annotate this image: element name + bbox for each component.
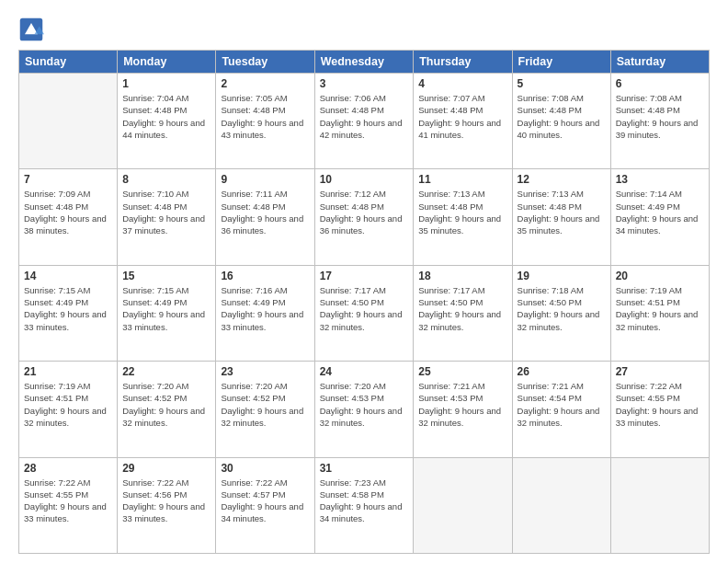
calendar-cell: 27 Sunrise: 7:22 AMSunset: 4:55 PMDaylig… [610, 362, 709, 457]
day-number: 10 [320, 173, 409, 186]
day-info: Sunrise: 7:19 AMSunset: 4:51 PMDaylight:… [616, 285, 699, 332]
header-friday: Friday [512, 51, 610, 74]
day-number: 15 [122, 270, 210, 282]
day-info: Sunrise: 7:21 AMSunset: 4:53 PMDaylight:… [418, 381, 501, 428]
week-row-2: 14 Sunrise: 7:15 AMSunset: 4:49 PMDaylig… [19, 265, 710, 361]
calendar-cell: 22 Sunrise: 7:20 AMSunset: 4:52 PMDaylig… [118, 362, 216, 457]
day-number: 5 [518, 77, 606, 90]
calendar-header-row: SundayMondayTuesdayWednesdayThursdayFrid… [19, 51, 710, 74]
calendar-cell: 26 Sunrise: 7:21 AMSunset: 4:54 PMDaylig… [512, 362, 610, 457]
header [18, 17, 710, 42]
day-number: 1 [122, 77, 210, 90]
day-info: Sunrise: 7:08 AMSunset: 4:48 PMDaylight:… [616, 93, 699, 140]
day-number: 29 [122, 462, 210, 475]
calendar-cell: 18 Sunrise: 7:17 AMSunset: 4:50 PMDaylig… [414, 265, 512, 361]
day-info: Sunrise: 7:22 AMSunset: 4:57 PMDaylight:… [221, 477, 303, 524]
calendar-cell: 20 Sunrise: 7:19 AMSunset: 4:51 PMDaylig… [610, 265, 709, 361]
day-info: Sunrise: 7:13 AMSunset: 4:48 PMDaylight:… [518, 189, 600, 236]
week-row-0: 1 Sunrise: 7:04 AMSunset: 4:48 PMDayligh… [19, 74, 710, 169]
day-number: 9 [221, 173, 309, 186]
day-number: 20 [616, 270, 704, 282]
calendar-cell [512, 457, 610, 553]
header-sunday: Sunday [19, 51, 118, 74]
header-saturday: Saturday [610, 51, 709, 74]
day-info: Sunrise: 7:15 AMSunset: 4:49 PMDaylight:… [24, 285, 107, 332]
day-info: Sunrise: 7:08 AMSunset: 4:48 PMDaylight:… [518, 93, 600, 140]
day-number: 6 [616, 77, 704, 90]
day-info: Sunrise: 7:22 AMSunset: 4:55 PMDaylight:… [616, 381, 699, 428]
calendar-cell [610, 457, 709, 553]
header-thursday: Thursday [414, 51, 512, 74]
day-number: 7 [24, 173, 112, 186]
calendar-cell: 7 Sunrise: 7:09 AMSunset: 4:48 PMDayligh… [19, 169, 118, 265]
day-number: 24 [320, 365, 409, 378]
calendar-cell: 29 Sunrise: 7:22 AMSunset: 4:56 PMDaylig… [118, 457, 216, 553]
calendar-cell: 10 Sunrise: 7:12 AMSunset: 4:48 PMDaylig… [314, 169, 414, 265]
day-info: Sunrise: 7:20 AMSunset: 4:53 PMDaylight:… [320, 381, 403, 428]
week-row-4: 28 Sunrise: 7:22 AMSunset: 4:55 PMDaylig… [19, 457, 710, 553]
day-number: 2 [221, 77, 309, 90]
day-number: 21 [24, 365, 112, 378]
day-info: Sunrise: 7:22 AMSunset: 4:55 PMDaylight:… [24, 477, 107, 524]
header-monday: Monday [118, 51, 216, 74]
calendar-cell: 11 Sunrise: 7:13 AMSunset: 4:48 PMDaylig… [414, 169, 512, 265]
calendar-cell: 17 Sunrise: 7:17 AMSunset: 4:50 PMDaylig… [314, 265, 414, 361]
day-number: 17 [320, 270, 409, 282]
day-number: 11 [418, 173, 506, 186]
calendar-cell [19, 74, 118, 169]
day-info: Sunrise: 7:06 AMSunset: 4:48 PMDaylight:… [320, 93, 403, 140]
day-info: Sunrise: 7:05 AMSunset: 4:48 PMDaylight:… [221, 93, 303, 140]
day-number: 14 [24, 270, 112, 282]
calendar-cell: 8 Sunrise: 7:10 AMSunset: 4:48 PMDayligh… [118, 169, 216, 265]
day-info: Sunrise: 7:20 AMSunset: 4:52 PMDaylight:… [122, 381, 205, 428]
day-info: Sunrise: 7:12 AMSunset: 4:48 PMDaylight:… [320, 189, 403, 236]
logo [18, 17, 48, 42]
day-number: 8 [122, 173, 210, 186]
calendar-cell: 23 Sunrise: 7:20 AMSunset: 4:52 PMDaylig… [216, 362, 314, 457]
calendar-cell [414, 457, 512, 553]
calendar-cell: 6 Sunrise: 7:08 AMSunset: 4:48 PMDayligh… [610, 74, 709, 169]
day-number: 13 [616, 173, 704, 186]
day-number: 4 [418, 77, 506, 90]
day-number: 26 [518, 365, 606, 378]
day-number: 16 [221, 270, 309, 282]
day-number: 27 [616, 365, 704, 378]
calendar-cell: 13 Sunrise: 7:14 AMSunset: 4:49 PMDaylig… [610, 169, 709, 265]
calendar-cell: 9 Sunrise: 7:11 AMSunset: 4:48 PMDayligh… [216, 169, 314, 265]
calendar-cell: 25 Sunrise: 7:21 AMSunset: 4:53 PMDaylig… [414, 362, 512, 457]
calendar-cell: 4 Sunrise: 7:07 AMSunset: 4:48 PMDayligh… [414, 74, 512, 169]
day-info: Sunrise: 7:19 AMSunset: 4:51 PMDaylight:… [24, 381, 107, 428]
day-info: Sunrise: 7:15 AMSunset: 4:49 PMDaylight:… [122, 285, 205, 332]
day-info: Sunrise: 7:07 AMSunset: 4:48 PMDaylight:… [418, 93, 501, 140]
calendar-cell: 31 Sunrise: 7:23 AMSunset: 4:58 PMDaylig… [314, 457, 414, 553]
day-number: 25 [418, 365, 506, 378]
calendar-cell: 3 Sunrise: 7:06 AMSunset: 4:48 PMDayligh… [314, 74, 414, 169]
day-number: 19 [518, 270, 606, 282]
day-info: Sunrise: 7:09 AMSunset: 4:48 PMDaylight:… [24, 189, 107, 236]
day-number: 23 [221, 365, 309, 378]
day-info: Sunrise: 7:22 AMSunset: 4:56 PMDaylight:… [122, 477, 205, 524]
week-row-3: 21 Sunrise: 7:19 AMSunset: 4:51 PMDaylig… [19, 362, 710, 457]
week-row-1: 7 Sunrise: 7:09 AMSunset: 4:48 PMDayligh… [19, 169, 710, 265]
day-number: 22 [122, 365, 210, 378]
day-info: Sunrise: 7:20 AMSunset: 4:52 PMDaylight:… [221, 381, 303, 428]
day-number: 28 [24, 462, 112, 475]
day-info: Sunrise: 7:04 AMSunset: 4:48 PMDaylight:… [122, 93, 205, 140]
calendar-cell: 24 Sunrise: 7:20 AMSunset: 4:53 PMDaylig… [314, 362, 414, 457]
page: SundayMondayTuesdayWednesdayThursdayFrid… [0, 0, 728, 563]
calendar-cell: 28 Sunrise: 7:22 AMSunset: 4:55 PMDaylig… [19, 457, 118, 553]
calendar-cell: 15 Sunrise: 7:15 AMSunset: 4:49 PMDaylig… [118, 265, 216, 361]
day-info: Sunrise: 7:14 AMSunset: 4:49 PMDaylight:… [616, 189, 699, 236]
calendar-cell: 2 Sunrise: 7:05 AMSunset: 4:48 PMDayligh… [216, 74, 314, 169]
calendar-cell: 14 Sunrise: 7:15 AMSunset: 4:49 PMDaylig… [19, 265, 118, 361]
day-number: 3 [320, 77, 409, 90]
header-wednesday: Wednesday [314, 51, 414, 74]
calendar-cell: 1 Sunrise: 7:04 AMSunset: 4:48 PMDayligh… [118, 74, 216, 169]
day-info: Sunrise: 7:18 AMSunset: 4:50 PMDaylight:… [518, 285, 600, 332]
calendar-cell: 30 Sunrise: 7:22 AMSunset: 4:57 PMDaylig… [216, 457, 314, 553]
day-info: Sunrise: 7:23 AMSunset: 4:58 PMDaylight:… [320, 477, 403, 524]
day-number: 31 [320, 462, 409, 475]
day-info: Sunrise: 7:11 AMSunset: 4:48 PMDaylight:… [221, 189, 303, 236]
day-info: Sunrise: 7:16 AMSunset: 4:49 PMDaylight:… [221, 285, 303, 332]
header-tuesday: Tuesday [216, 51, 314, 74]
